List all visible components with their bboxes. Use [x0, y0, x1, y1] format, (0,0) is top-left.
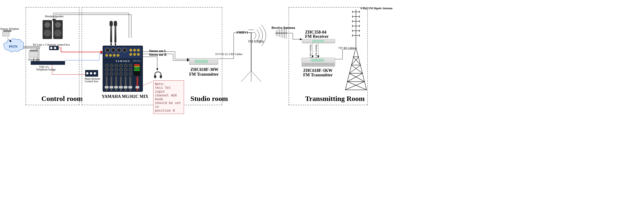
- receiver-icon: [302, 39, 335, 43]
- dipole-label: 6-Bay FM Dipole Antenna: [361, 6, 392, 10]
- monitor-speaker-label: Monitor speaker: [45, 15, 64, 18]
- note-l1: this Tel input: [155, 86, 182, 94]
- fmdv1-label: FMDV1: [236, 31, 248, 34]
- main-remote-icon: [85, 70, 98, 76]
- mixer-label: YAMAHA MG102C MIX: [102, 94, 148, 99]
- stereo-out-l-v: Stereo out L: [309, 44, 312, 58]
- note-box: Note: this Tel input channel AUX knob sh…: [153, 80, 184, 114]
- telephone-bridge-icon: [31, 61, 65, 65]
- svg-line-0: [7, 38, 11, 42]
- transmitting-room-title: Transmitting Room: [305, 94, 365, 103]
- note-l4: position 0: [155, 108, 182, 112]
- tx30-label-2: FM Transmitter: [189, 72, 219, 77]
- stereo-out-r-v: Stereo out R: [314, 44, 318, 59]
- microphone-1-icon: [110, 26, 112, 42]
- transmitting-room-box: [288, 7, 368, 105]
- fm85-label: FM 85MHz: [248, 40, 264, 44]
- tx30-label-1: ZHC618F-30W: [190, 67, 218, 72]
- note-l3: should be set in: [155, 101, 182, 108]
- receive-antenna-label: Receive Antenna: [272, 26, 295, 30]
- tel-line-label: Tel Line x 3: [33, 43, 46, 46]
- note-title: Note:: [155, 82, 182, 86]
- rf-cable-2-label: 7/8" RF Cables: [338, 46, 356, 50]
- transmitter-1kw-icon: [302, 58, 335, 67]
- mixer-icon: YAMAHA MG102c: [103, 46, 143, 92]
- main-remote-label-2: Control box: [85, 80, 98, 83]
- mixer-model: MG102c: [133, 60, 141, 62]
- svg-line-15: [251, 71, 261, 82]
- transmitter-30w-icon: [189, 58, 218, 65]
- studio-room-title: Studio room: [190, 94, 228, 103]
- pstn-label: PSTN: [9, 45, 18, 49]
- ths3a-label-2: Telephone bridge: [36, 68, 56, 72]
- microphone-2-icon: [114, 26, 116, 42]
- remote-box-icon: [49, 46, 59, 50]
- note-l2: channel AUX knob: [155, 94, 182, 101]
- tx1kw-label-1: ZHC618F-1KW: [303, 68, 332, 73]
- control-room-title: Control room: [42, 94, 83, 103]
- ruesis-telephone-icon: [2, 31, 10, 36]
- telephone-icon: [29, 51, 38, 58]
- svg-line-14: [241, 71, 251, 82]
- receiver-label-2: FM Receiver: [305, 34, 328, 39]
- rf-cable-1-label: SYV50-12-3 RF Cables: [215, 52, 242, 56]
- tx1kw-label-2: FM Transmitter: [303, 72, 333, 78]
- stereo-out-r: Stereo out R: [149, 53, 166, 57]
- stereo-out-l: Stereo out L: [149, 49, 166, 53]
